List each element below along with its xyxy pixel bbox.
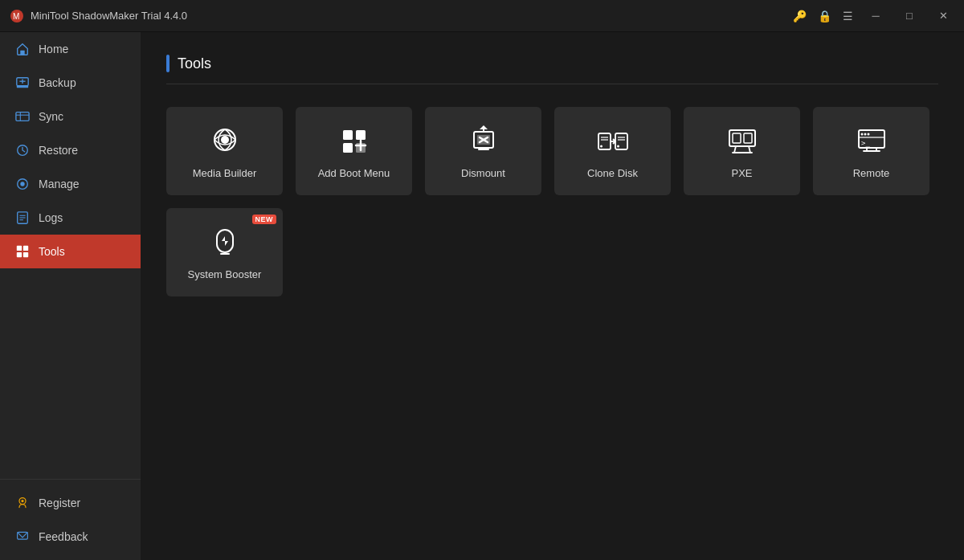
backup-icon <box>14 75 31 91</box>
tool-card-system-booster[interactable]: NEW System Booster <box>166 208 283 296</box>
dismount-label: Dismount <box>461 167 505 179</box>
sidebar-item-register-label: Register <box>39 497 80 509</box>
add-boot-menu-label: Add Boot Menu <box>318 167 390 179</box>
system-booster-icon <box>207 225 243 260</box>
page-header-bar <box>166 55 170 72</box>
media-builder-icon <box>207 124 243 159</box>
clone-disk-label: Clone Disk <box>587 167 638 179</box>
svg-point-21 <box>21 500 23 502</box>
page-header: Tools <box>166 55 938 84</box>
remote-label: Remote <box>853 167 890 179</box>
sidebar-item-register[interactable]: Register <box>0 486 141 520</box>
lock-icon[interactable]: 🔒 <box>818 10 831 22</box>
svg-point-55 <box>867 133 869 135</box>
svg-rect-47 <box>733 133 741 143</box>
feedback-icon <box>14 529 31 545</box>
svg-rect-19 <box>17 252 22 257</box>
svg-point-53 <box>860 133 863 135</box>
app-logo-icon: M <box>10 9 24 23</box>
sidebar-item-sync[interactable]: Sync <box>0 100 141 133</box>
title-bar: M MiniTool ShadowMaker Trial 4.4.0 🔑 🔒 ☰… <box>0 0 964 32</box>
new-badge: NEW <box>252 215 277 224</box>
svg-rect-37 <box>598 133 611 149</box>
maximize-button[interactable]: □ <box>898 5 921 27</box>
svg-text:>_: >_ <box>861 139 870 147</box>
tool-card-clone-disk[interactable]: Clone Disk <box>554 107 671 195</box>
sidebar-item-tools-label: Tools <box>39 245 65 258</box>
svg-rect-61 <box>217 230 233 252</box>
system-booster-label: System Booster <box>188 268 262 280</box>
close-button[interactable]: ✕ <box>932 5 954 27</box>
key-icon[interactable]: 🔑 <box>793 10 807 22</box>
page-title: Tools <box>178 55 211 72</box>
minimize-button[interactable]: ─ <box>864 5 887 27</box>
app-title: MiniTool ShadowMaker Trial 4.4.0 <box>31 10 187 22</box>
add-boot-menu-icon <box>337 124 372 159</box>
menu-icon[interactable]: ☰ <box>843 10 853 22</box>
dismount-icon <box>466 124 501 159</box>
sidebar-item-manage[interactable]: Manage <box>0 167 141 201</box>
sidebar-item-logs-label: Logs <box>39 211 63 224</box>
svg-rect-20 <box>23 252 28 257</box>
svg-point-40 <box>600 145 602 147</box>
sidebar-item-backup[interactable]: Backup <box>0 66 141 100</box>
register-icon <box>14 495 31 511</box>
sidebar-item-feedback[interactable]: Feedback <box>0 520 141 554</box>
tool-card-remote[interactable]: >_ Remote <box>813 107 929 195</box>
home-icon <box>14 41 31 57</box>
svg-line-49 <box>734 146 736 153</box>
svg-point-24 <box>221 136 229 144</box>
sidebar-item-backup-label: Backup <box>39 76 76 89</box>
sync-icon <box>14 108 31 125</box>
pxe-label: PXE <box>731 167 752 179</box>
sidebar: Home Backup Sync <box>0 32 141 560</box>
svg-rect-18 <box>23 246 28 251</box>
sidebar-item-tools[interactable]: Tools <box>0 235 141 268</box>
svg-text:M: M <box>13 12 19 21</box>
sidebar-item-sync-label: Sync <box>39 110 63 123</box>
title-bar-left: M MiniTool ShadowMaker Trial 4.4.0 <box>10 9 187 23</box>
main-layout: Home Backup Sync <box>0 32 964 560</box>
pxe-icon <box>725 124 760 159</box>
sidebar-item-home-label: Home <box>39 43 68 55</box>
tool-card-pxe[interactable]: PXE <box>684 107 800 195</box>
svg-rect-25 <box>343 130 353 140</box>
remote-icon: >_ <box>854 124 889 159</box>
sidebar-item-restore-label: Restore <box>39 144 78 157</box>
manage-icon <box>14 176 31 192</box>
svg-rect-2 <box>20 51 24 55</box>
sidebar-item-logs[interactable]: Logs <box>0 201 141 235</box>
svg-rect-48 <box>744 133 752 143</box>
sidebar-item-home[interactable]: Home <box>0 32 141 66</box>
svg-rect-4 <box>17 86 28 88</box>
svg-point-54 <box>864 133 866 135</box>
restore-icon <box>14 142 31 158</box>
svg-rect-27 <box>343 143 353 153</box>
svg-rect-41 <box>615 133 627 149</box>
content-area: Tools Media Builder <box>141 32 964 560</box>
svg-rect-46 <box>729 130 755 146</box>
logs-icon <box>14 210 31 226</box>
svg-line-50 <box>749 146 750 153</box>
sidebar-item-manage-label: Manage <box>39 178 80 190</box>
svg-point-44 <box>617 145 619 147</box>
svg-rect-26 <box>356 130 366 140</box>
tool-card-media-builder[interactable]: Media Builder <box>166 107 283 195</box>
tool-card-dismount[interactable]: Dismount <box>425 107 541 195</box>
svg-point-12 <box>20 182 24 186</box>
svg-rect-17 <box>17 246 22 251</box>
svg-rect-7 <box>16 112 29 121</box>
clone-disk-icon <box>595 124 631 159</box>
sidebar-bottom: Register Feedback <box>0 479 141 560</box>
sidebar-item-restore[interactable]: Restore <box>0 133 141 167</box>
sidebar-item-feedback-label: Feedback <box>39 530 88 543</box>
title-bar-controls: 🔑 🔒 ☰ ─ □ ✕ <box>793 5 954 27</box>
media-builder-label: Media Builder <box>193 167 257 179</box>
tools-icon <box>14 243 31 260</box>
tool-card-add-boot-menu[interactable]: Add Boot Menu <box>296 107 412 195</box>
tools-grid: Media Builder Add Boot Menu <box>166 107 938 296</box>
